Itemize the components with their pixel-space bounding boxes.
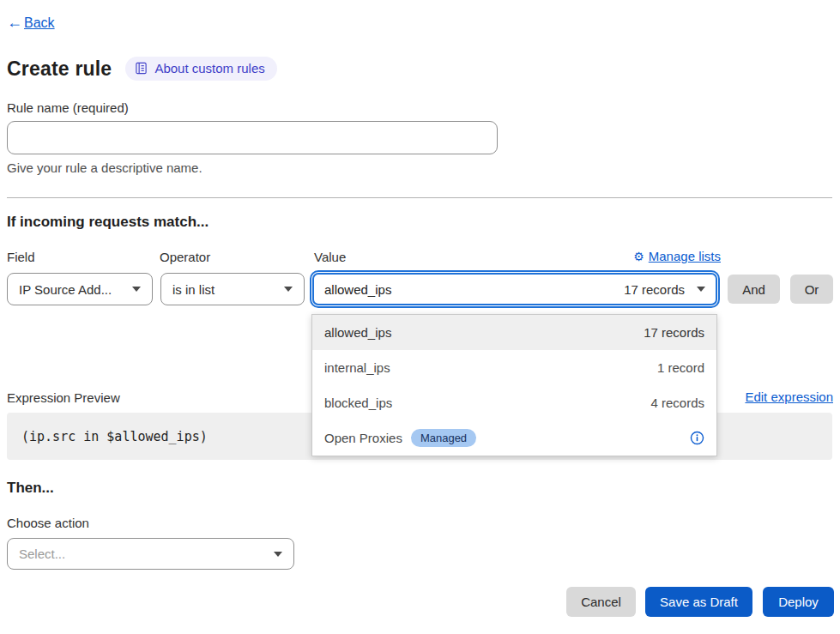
- manage-lists-label: Manage lists: [649, 249, 721, 263]
- deploy-button[interactable]: Deploy: [763, 587, 834, 617]
- operator-select-value: is in list: [172, 282, 215, 297]
- book-icon: [135, 62, 148, 75]
- chevron-down-icon: [697, 287, 705, 292]
- back-link[interactable]: ← Back: [7, 14, 55, 32]
- edit-expression-link[interactable]: Edit expression: [745, 389, 833, 404]
- then-section-heading: Then...: [7, 480, 54, 497]
- list-item-allowed-ips[interactable]: allowed_ips 17 records: [312, 315, 716, 350]
- section-divider: [7, 197, 832, 198]
- cancel-button[interactable]: Cancel: [566, 587, 636, 617]
- list-item-name: Open Proxies: [324, 431, 402, 445]
- about-pill-label: About custom rules: [154, 61, 264, 75]
- rule-name-label: Rule name (required): [7, 100, 129, 115]
- list-dropdown-menu: allowed_ips 17 records internal_ips 1 re…: [311, 314, 717, 456]
- action-select[interactable]: Select...: [7, 538, 294, 570]
- choose-action-label: Choose action: [7, 516, 89, 530]
- rule-name-input[interactable]: [7, 121, 498, 154]
- manage-lists-link[interactable]: ⚙ Manage lists: [633, 249, 721, 263]
- title-row: Create rule About custom rules: [7, 57, 277, 81]
- value-label: Value: [314, 250, 346, 264]
- value-select-value: allowed_ips: [324, 282, 391, 297]
- list-item-internal-ips[interactable]: internal_ips 1 record: [312, 350, 716, 385]
- managed-badge: Managed: [411, 429, 476, 447]
- match-section-heading: If incoming requests match...: [7, 214, 208, 231]
- info-icon[interactable]: [690, 431, 704, 445]
- operator-select[interactable]: is in list: [160, 273, 305, 305]
- list-item-name: blocked_ips: [324, 395, 392, 410]
- list-item-meta: 17 records: [644, 325, 704, 340]
- list-item-blocked-ips[interactable]: blocked_ips 4 records: [312, 385, 716, 420]
- about-custom-rules-link[interactable]: About custom rules: [125, 57, 276, 81]
- list-item-meta: 4 records: [650, 395, 704, 410]
- expression-code: (ip.src in $allowed_ips): [21, 429, 208, 444]
- and-button[interactable]: And: [728, 275, 780, 304]
- or-button[interactable]: Or: [790, 275, 833, 304]
- value-select[interactable]: allowed_ips 17 records: [312, 273, 717, 305]
- field-label: Field: [7, 250, 35, 264]
- page-title: Create rule: [7, 57, 112, 81]
- list-item-name: internal_ips: [324, 360, 390, 375]
- back-arrow-icon: ←: [7, 14, 22, 32]
- list-item-open-proxies[interactable]: Open Proxies Managed: [312, 420, 716, 456]
- operator-label: Operator: [160, 250, 210, 264]
- back-link-label: Back: [24, 15, 55, 31]
- expression-preview-label: Expression Preview: [7, 390, 120, 405]
- chevron-down-icon: [274, 552, 282, 557]
- chevron-down-icon: [284, 287, 293, 292]
- gear-icon: ⚙: [633, 250, 644, 263]
- field-select[interactable]: IP Source Add...: [7, 273, 153, 305]
- list-item-meta: 1 record: [657, 360, 704, 375]
- list-item-name: allowed_ips: [324, 325, 391, 340]
- chevron-down-icon: [132, 287, 141, 292]
- value-select-records: 17 records: [624, 282, 685, 297]
- rule-name-helper: Give your rule a descriptive name.: [7, 160, 202, 175]
- action-select-placeholder: Select...: [19, 546, 65, 561]
- field-select-value: IP Source Add...: [19, 282, 112, 297]
- save-as-draft-button[interactable]: Save as Draft: [645, 587, 752, 617]
